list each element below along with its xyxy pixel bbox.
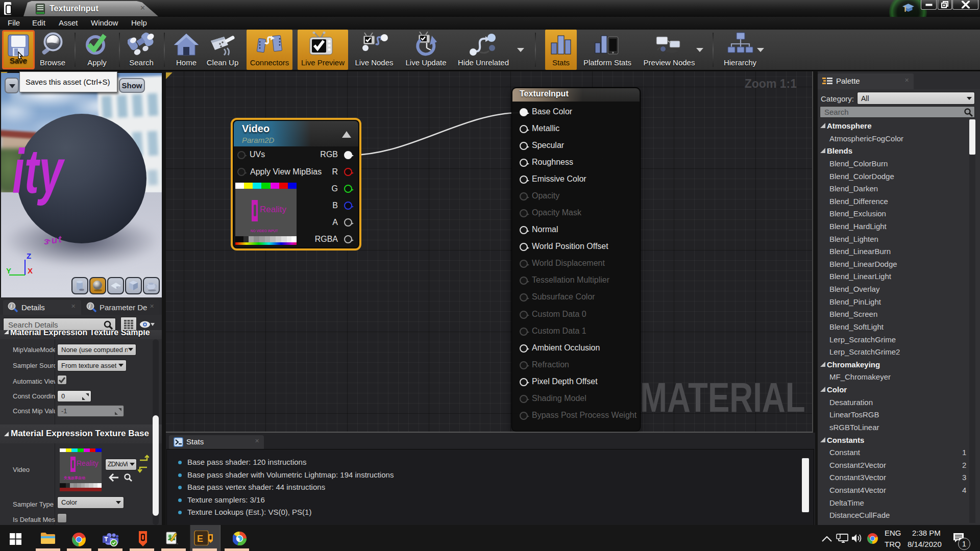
svg-text:X: X [28, 266, 33, 275]
svg-text:Z: Z [27, 252, 31, 260]
svg-text:Y: Y [6, 266, 11, 275]
svg-text:i: i [11, 304, 12, 309]
svg-text:i: i [89, 304, 91, 309]
svg-text:E: E [197, 534, 203, 544]
